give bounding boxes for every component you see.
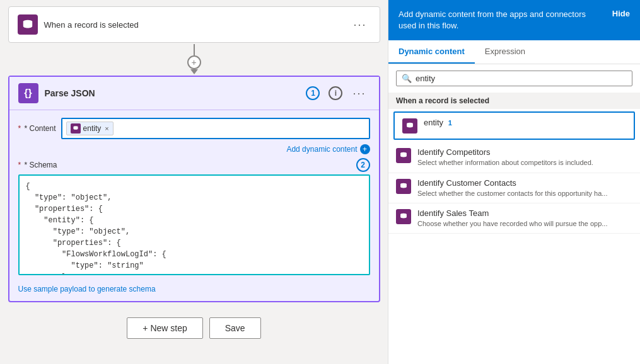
identify-competitors-icon — [396, 148, 411, 163]
step-number-badge: 1 — [306, 86, 320, 100]
dynamic-item-identify-customer-contacts[interactable]: Identify Customer Contacts Select whethe… — [388, 173, 640, 203]
dynamic-item-identify-sales-team[interactable]: Identify Sales Team Choose whether you h… — [388, 203, 640, 234]
schema-section: * * Schema 2 { "type": "object", "proper… — [18, 158, 370, 277]
add-step-button[interactable]: + — [187, 55, 201, 69]
entity-tag-icon — [71, 123, 81, 134]
add-plus-icon: + — [360, 144, 370, 154]
database-icon — [22, 19, 33, 30]
search-icon: 🔍 — [402, 74, 412, 83]
search-box: 🔍 — [396, 71, 632, 86]
db-icon-4 — [399, 212, 408, 221]
info-button[interactable]: i — [329, 86, 342, 100]
section-header: When a record is selected — [388, 93, 640, 109]
identify-sales-team-desc: Choose whether you have recorded who wil… — [417, 219, 632, 228]
identify-sales-team-title: Identify Sales Team — [417, 208, 632, 218]
connector: + — [187, 44, 201, 74]
search-input[interactable] — [416, 74, 627, 83]
identify-customer-contacts-content: Identify Customer Contacts Select whethe… — [417, 178, 632, 198]
trigger-card: When a record is selected ··· — [8, 6, 380, 43]
parse-card-body: * * Content entity × — [9, 110, 379, 301]
hide-button[interactable]: Hide — [612, 9, 630, 18]
parse-json-card: {} Parse JSON 1 i ··· * * Content — [8, 76, 380, 302]
bottom-buttons: + New step Save — [127, 317, 260, 339]
identify-customer-contacts-title: Identify Customer Contacts — [417, 178, 632, 188]
identify-customer-contacts-icon — [396, 179, 411, 194]
right-panel: Add dynamic content from the apps and co… — [388, 0, 640, 364]
parse-json-icon: {} — [18, 83, 38, 103]
db-icon-2 — [399, 151, 408, 160]
entity-icon — [73, 125, 79, 132]
content-input[interactable]: entity × — [61, 118, 370, 139]
schema-label: * * Schema — [18, 161, 57, 169]
parse-json-icon-label: {} — [24, 88, 32, 99]
schema-textarea[interactable]: { "type": "object", "properties": { "ent… — [18, 174, 370, 275]
parse-card-header: {} Parse JSON 1 i ··· — [9, 77, 379, 110]
entity-tag: entity × — [66, 122, 113, 135]
schema-number-badge: 2 — [356, 158, 370, 172]
identify-customer-contacts-desc: Select whether the customer contacts for… — [417, 189, 632, 198]
dynamic-content-list: entity 1 Identify Competitors Select whe… — [388, 109, 640, 234]
entity-item-badge: 1 — [448, 119, 452, 127]
identify-competitors-title: Identify Competitors — [417, 147, 632, 157]
right-tabs: Dynamic content Expression — [388, 40, 640, 64]
entity-item-icon — [402, 118, 417, 134]
add-dynamic-row: Add dynamic content + — [18, 144, 370, 154]
parse-ellipsis-button[interactable]: ··· — [349, 86, 369, 101]
content-label: * * Content — [18, 124, 56, 133]
trigger-title: When a record is selected — [44, 20, 344, 30]
dynamic-item-identify-competitors[interactable]: Identify Competitors Select whether info… — [388, 142, 640, 173]
identify-competitors-content: Identify Competitors Select whether info… — [417, 147, 632, 167]
trigger-icon — [18, 14, 38, 35]
right-panel-header-text: Add dynamic content from the apps and co… — [399, 9, 605, 31]
schema-label-row: * * Schema 2 — [18, 158, 370, 172]
new-step-button[interactable]: + New step — [127, 317, 202, 339]
sample-payload-link[interactable]: Use sample payload to generate schema — [18, 285, 156, 293]
tab-expression[interactable]: Expression — [475, 40, 535, 64]
db-icon-3 — [399, 182, 408, 191]
content-field-row: * * Content entity × — [18, 118, 370, 139]
tab-dynamic-content[interactable]: Dynamic content — [388, 40, 475, 64]
right-panel-header: Add dynamic content from the apps and co… — [388, 0, 640, 40]
connector-arrow — [190, 69, 198, 74]
db-icon — [405, 122, 414, 130]
add-dynamic-content-button[interactable]: Add dynamic content + — [286, 144, 369, 154]
entity-tag-label: entity — [83, 124, 102, 133]
entity-item-content: entity 1 — [424, 118, 626, 127]
entity-item-title: entity 1 — [424, 118, 452, 127]
connector-line — [194, 44, 195, 55]
identify-competitors-desc: Select whether information about competi… — [417, 158, 632, 167]
left-panel: When a record is selected ··· + {} Parse… — [0, 0, 388, 364]
parse-json-title: Parse JSON — [45, 88, 300, 98]
save-button[interactable]: Save — [209, 317, 261, 339]
identify-sales-team-icon — [396, 209, 411, 224]
identify-sales-team-content: Identify Sales Team Choose whether you h… — [417, 208, 632, 228]
entity-tag-remove-button[interactable]: × — [105, 125, 108, 132]
dynamic-item-entity[interactable]: entity 1 — [393, 111, 635, 140]
trigger-ellipsis-button[interactable]: ··· — [349, 17, 370, 33]
